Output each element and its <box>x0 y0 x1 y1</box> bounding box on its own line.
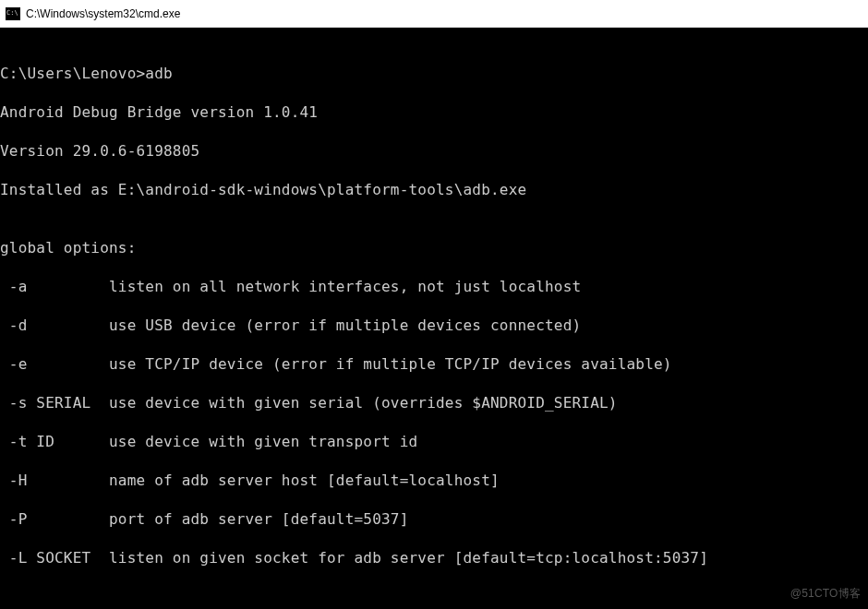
global-options-header: global options: <box>0 238 868 257</box>
adb-version-line: Android Debug Bridge version 1.0.41 <box>0 102 868 122</box>
option-s: -s SERIAL use device with given serial (… <box>0 393 868 412</box>
adb-installed-line: Installed as E:\android-sdk-windows\plat… <box>0 180 868 199</box>
window-titlebar[interactable]: C:\Windows\system32\cmd.exe <box>0 0 868 28</box>
option-t: -t ID use device with given transport id <box>0 432 868 451</box>
option-d: -d use USB device (error if multiple dev… <box>0 316 868 335</box>
option-p-upper: -P port of adb server [default=5037] <box>0 509 868 529</box>
option-a: -a listen on all network interfaces, not… <box>0 277 868 296</box>
option-h-upper: -H name of adb server host [default=loca… <box>0 471 868 490</box>
terminal-output: C:\Users\Lenovo>adb Android Debug Bridge… <box>0 28 868 609</box>
option-e: -e use TCP/IP device (error if multiple … <box>0 354 868 374</box>
cmd-icon <box>6 7 20 20</box>
watermark: @51CTO博客 <box>790 584 861 603</box>
option-l-upper: -L SOCKET listen on given socket for adb… <box>0 548 868 567</box>
window-title: C:\Windows\system32\cmd.exe <box>26 7 180 20</box>
adb-build-line: Version 29.0.6-6198805 <box>0 141 868 161</box>
prompt-line: C:\Users\Lenovo>adb <box>0 64 868 83</box>
